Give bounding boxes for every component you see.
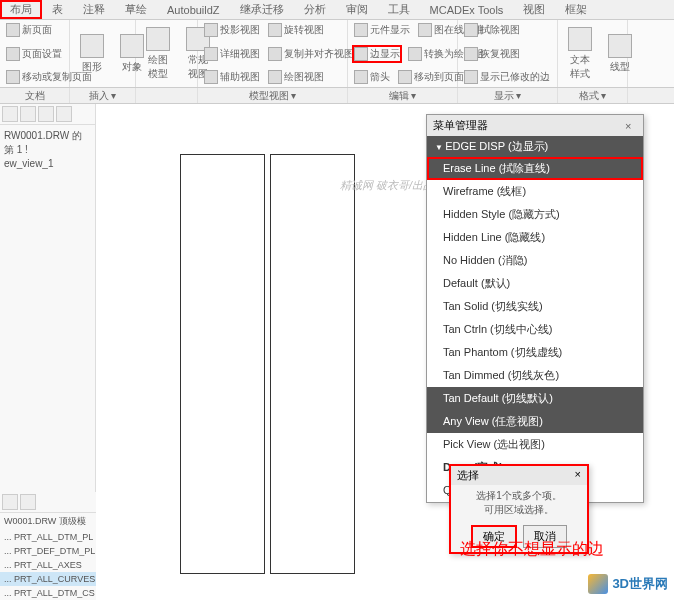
- ribbon-icon: [398, 70, 412, 84]
- ribbon-icon: [6, 23, 20, 37]
- toolbar-btn[interactable]: [20, 106, 36, 122]
- logo: 3D世界网: [588, 574, 668, 594]
- ribbon-group: 元件显示图在线绘准边显示转换为绘制组箭头移动到页面: [348, 20, 458, 87]
- tree-panel: W0001.DRW 顶级模 ... PRT_ALL_DTM_PL... PRT_…: [0, 492, 96, 600]
- ribbon-group-label: 显示 ▾: [458, 88, 558, 103]
- dialog-body: 选择1个或多个项。 可用区域选择。: [451, 485, 587, 521]
- ribbon-group: 文本 样式线型: [558, 20, 628, 87]
- ribbon-item[interactable]: 恢复视图: [462, 46, 522, 62]
- logo-cube-icon: [588, 574, 608, 594]
- ribbon-item[interactable]: 新页面: [4, 22, 54, 38]
- menu-item[interactable]: Erase Line (拭除直线): [427, 157, 643, 180]
- menu-item[interactable]: Any View (任意视图): [427, 410, 643, 433]
- menu-item[interactable]: Tan Phantom (切线虚线): [427, 341, 643, 364]
- ribbon-icon: [268, 70, 282, 84]
- dialog-title: 选择: [457, 468, 479, 483]
- ribbon-labels: 文档插入 ▾模型视图 ▾编辑 ▾显示 ▾格式 ▾: [0, 88, 674, 104]
- ribbon-icon: [464, 23, 478, 37]
- ribbon-item[interactable]: 旋转视图: [266, 22, 326, 38]
- ribbon-icon: [204, 47, 218, 61]
- toolbar-btn[interactable]: [2, 494, 18, 510]
- menu-item[interactable]: Tan Ctrln (切线中心线): [427, 318, 643, 341]
- drawing-rect: [180, 154, 265, 574]
- menu-继承迁移[interactable]: 继承迁移: [230, 0, 294, 19]
- ribbon: 新页面页面设置移动或复制页面图形对象绘图 模型常规 视图投影视图旋转视图详细视图…: [0, 20, 674, 88]
- ribbon-icon: [146, 27, 170, 51]
- left-toolbar: [0, 104, 95, 125]
- toolbar-btn[interactable]: [20, 494, 36, 510]
- ribbon-group: 拭除视图恢复视图显示已修改的边: [458, 20, 558, 87]
- ribbon-item[interactable]: 元件显示: [352, 22, 412, 38]
- menu-item[interactable]: Wireframe (线框): [427, 180, 643, 203]
- menu-工具[interactable]: 工具: [378, 0, 420, 19]
- menubar: 布局表注释草绘AutobuildZ继承迁移分析审阅工具MCADEx Tools视…: [0, 0, 674, 20]
- close-icon[interactable]: ×: [625, 120, 637, 132]
- workspace: RW0001.DRW 的第 1 ! ew_view_1 W0001.DRW 顶级…: [0, 104, 674, 600]
- ribbon-item[interactable]: 绘图视图: [266, 69, 326, 85]
- ribbon-item[interactable]: 复制并对齐视图: [266, 46, 356, 62]
- menu-分析[interactable]: 分析: [294, 0, 336, 19]
- menu-视图[interactable]: 视图: [513, 0, 555, 19]
- menu-注释[interactable]: 注释: [73, 0, 115, 19]
- ribbon-item[interactable]: 辅助视图: [202, 69, 262, 85]
- ribbon-icon: [354, 47, 368, 61]
- ribbon-item[interactable]: 拭除视图: [462, 22, 522, 38]
- ribbon-icon: [464, 47, 478, 61]
- ribbon-item[interactable]: 边显示: [352, 45, 402, 63]
- ribbon-group: 绘图 模型常规 视图: [136, 20, 198, 87]
- ribbon-big-button[interactable]: 图形: [74, 30, 110, 78]
- watermark: 精诚网 破衣哥/出品: [340, 178, 434, 193]
- menu-表[interactable]: 表: [42, 0, 73, 19]
- ribbon-big-button[interactable]: 绘图 模型: [140, 23, 176, 85]
- ribbon-icon: [268, 47, 282, 61]
- drawing-rect: [270, 154, 355, 574]
- ribbon-item[interactable]: 箭头: [352, 69, 392, 85]
- ribbon-item[interactable]: 投影视图: [202, 22, 262, 38]
- ribbon-item[interactable]: 页面设置: [4, 46, 64, 62]
- tree-item[interactable]: ... PRT_ALL_CURVES: [0, 572, 96, 586]
- menu-框架[interactable]: 框架: [555, 0, 597, 19]
- ribbon-item[interactable]: 详细视图: [202, 46, 262, 62]
- tree-item[interactable]: ... PRT_ALL_DTM_CS: [0, 586, 96, 600]
- menu-list: Erase Line (拭除直线)Wireframe (线框)Hidden St…: [427, 157, 643, 502]
- ribbon-item[interactable]: 移动到页面: [396, 69, 466, 85]
- ribbon-group-label: [136, 88, 198, 103]
- menu-subtitle[interactable]: EDGE DISP (边显示): [427, 136, 643, 157]
- tree-header: W0001.DRW 顶级模: [0, 513, 96, 530]
- toolbar-btn[interactable]: [2, 106, 18, 122]
- close-icon[interactable]: ×: [575, 468, 581, 483]
- drawing-canvas[interactable]: [180, 154, 380, 574]
- menu-item[interactable]: Hidden Line (隐藏线): [427, 226, 643, 249]
- left-panel: RW0001.DRW 的第 1 ! ew_view_1 W0001.DRW 顶级…: [0, 104, 96, 600]
- ribbon-icon: [354, 23, 368, 37]
- menu-布局[interactable]: 布局: [0, 0, 42, 19]
- menu-item[interactable]: Default (默认): [427, 272, 643, 295]
- annotation-text: 选择你不想显示的边: [460, 539, 604, 560]
- menu-item[interactable]: Tan Solid (切线实线): [427, 295, 643, 318]
- menu-item[interactable]: Tan Dimmed (切线灰色): [427, 364, 643, 387]
- toolbar-btn[interactable]: [38, 106, 54, 122]
- menu-审阅[interactable]: 审阅: [336, 0, 378, 19]
- menu-item[interactable]: Tan Default (切线默认): [427, 387, 643, 410]
- tree-item[interactable]: ... PRT_ALL_AXES: [0, 558, 96, 572]
- ribbon-icon: [268, 23, 282, 37]
- menu-item[interactable]: No Hidden (消隐): [427, 249, 643, 272]
- ribbon-icon: [418, 23, 432, 37]
- ribbon-big-button[interactable]: 文本 样式: [562, 23, 598, 85]
- ribbon-group: 新页面页面设置移动或复制页面: [0, 20, 70, 87]
- toolbar-btn[interactable]: [56, 106, 72, 122]
- menu-AutobuildZ[interactable]: AutobuildZ: [157, 2, 230, 18]
- ribbon-icon: [464, 70, 478, 84]
- menu-MCADEx Tools[interactable]: MCADEx Tools: [420, 2, 514, 18]
- tree-item[interactable]: ... PRT_DEF_DTM_PL: [0, 544, 96, 558]
- menu-item[interactable]: Pick View (选出视图): [427, 433, 643, 456]
- ribbon-icon: [354, 70, 368, 84]
- menu-item[interactable]: Hidden Style (隐藏方式): [427, 203, 643, 226]
- ribbon-big-button[interactable]: 线型: [602, 30, 638, 78]
- file-name: RW0001.DRW 的第 1 !: [4, 129, 91, 157]
- menu-草绘[interactable]: 草绘: [115, 0, 157, 19]
- logo-text: 3D世界网: [612, 575, 668, 593]
- tree-item[interactable]: ... PRT_ALL_DTM_PL: [0, 530, 96, 544]
- ribbon-group-label: 模型视图 ▾: [198, 88, 348, 103]
- ribbon-item[interactable]: 显示已修改的边: [462, 69, 552, 85]
